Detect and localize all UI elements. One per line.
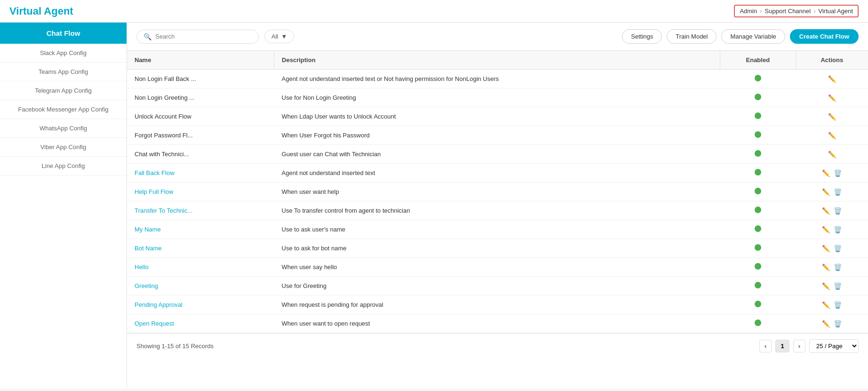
create-chat-flow-button[interactable]: Create Chat Flow	[790, 29, 859, 44]
enabled-dot-8	[755, 225, 761, 232]
sidebar-item-1[interactable]: Teams App Config	[0, 63, 127, 81]
delete-button-8[interactable]: 🗑️	[834, 226, 842, 233]
train-model-button[interactable]: Train Model	[667, 29, 717, 44]
edit-button-2[interactable]: ✏️	[828, 113, 836, 120]
action-icons-10: ✏️🗑️	[803, 263, 860, 271]
row-name-link-9[interactable]: Bot Name	[135, 245, 162, 252]
chat-flow-table: Name Description Enabled Actions Non Log…	[127, 51, 868, 333]
edit-button-0[interactable]: ✏️	[828, 75, 836, 83]
row-name-link-8[interactable]: My Name	[135, 226, 161, 233]
col-actions: Actions	[796, 51, 868, 70]
row-desc-9: Use to ask for bot name	[274, 239, 720, 258]
row-name-link-6[interactable]: Help Full Flow	[135, 188, 173, 195]
row-actions-7: ✏️🗑️	[796, 201, 868, 220]
breadcrumb-support-channel[interactable]: Support Channel	[765, 8, 811, 15]
row-name-link-10[interactable]: Hello	[135, 263, 149, 271]
action-icons-2: ✏️	[803, 113, 860, 120]
edit-button-1[interactable]: ✏️	[828, 94, 836, 102]
row-enabled-2	[720, 107, 796, 126]
row-enabled-7	[720, 201, 796, 220]
edit-button-6[interactable]: ✏️	[822, 188, 830, 196]
row-desc-0: Agent not understand inserted text or No…	[274, 70, 720, 88]
delete-button-11[interactable]: 🗑️	[834, 282, 842, 290]
row-name-link-7[interactable]: Transfer To Technic...	[135, 207, 192, 214]
breadcrumb-sep-1: ›	[760, 8, 762, 15]
edit-button-11[interactable]: ✏️	[822, 282, 830, 290]
breadcrumb-admin[interactable]: Admin	[740, 8, 757, 15]
edit-button-3[interactable]: ✏️	[828, 132, 836, 139]
edit-button-10[interactable]: ✏️	[822, 263, 830, 271]
edit-button-5[interactable]: ✏️	[822, 169, 830, 177]
sidebar-item-6[interactable]: Line App Config	[0, 157, 127, 176]
delete-button-6[interactable]: 🗑️	[834, 188, 842, 196]
action-icons-13: ✏️🗑️	[803, 320, 860, 327]
sidebar-item-0[interactable]: Slack App Config	[0, 44, 127, 63]
sidebar-item-2[interactable]: Telegram App Config	[0, 81, 127, 100]
enabled-dot-6	[755, 188, 761, 194]
row-name-11[interactable]: Greeting	[127, 277, 274, 295]
per-page-select[interactable]: 25 / Page 50 / Page 100 / Page	[809, 339, 859, 353]
row-name-5[interactable]: Fall Back Flow	[127, 164, 274, 183]
delete-button-7[interactable]: 🗑️	[834, 207, 842, 215]
settings-button[interactable]: Settings	[622, 29, 662, 44]
next-page-button[interactable]: ›	[793, 340, 805, 352]
row-name-link-11[interactable]: Greeting	[135, 282, 158, 289]
main-layout: Chat Flow Slack App ConfigTeams App Conf…	[0, 23, 868, 389]
edit-button-8[interactable]: ✏️	[822, 226, 830, 233]
row-desc-12: When request is pending for approval	[274, 295, 720, 314]
edit-button-9[interactable]: ✏️	[822, 245, 830, 252]
row-enabled-13	[720, 314, 796, 333]
filter-button[interactable]: All ▼	[264, 30, 294, 43]
row-enabled-9	[720, 239, 796, 258]
edit-button-13[interactable]: ✏️	[822, 320, 830, 327]
row-name-link-12[interactable]: Pending Approval	[135, 301, 183, 308]
prev-page-button[interactable]: ‹	[759, 340, 772, 352]
enabled-dot-9	[755, 244, 761, 251]
breadcrumb-virtual-agent: Virtual Agent	[819, 8, 853, 15]
delete-button-12[interactable]: 🗑️	[834, 301, 842, 309]
row-name-4: Chat with Technici...	[127, 145, 274, 164]
row-desc-6: When user want help	[274, 183, 720, 201]
row-actions-2: ✏️	[796, 107, 868, 126]
edit-button-7[interactable]: ✏️	[822, 207, 830, 215]
delete-button-9[interactable]: 🗑️	[834, 245, 842, 252]
search-input[interactable]	[155, 33, 252, 40]
sidebar-item-4[interactable]: WhatsApp Config	[0, 119, 127, 138]
row-desc-1: Use for Non Login Greeting	[274, 88, 720, 107]
row-enabled-5	[720, 164, 796, 183]
row-desc-8: Use to ask user's name	[274, 220, 720, 239]
row-enabled-12	[720, 295, 796, 314]
row-actions-1: ✏️	[796, 88, 868, 107]
current-page-button[interactable]: 1	[775, 340, 789, 352]
delete-button-5[interactable]: 🗑️	[834, 169, 842, 177]
row-desc-7: Use To transfer control from agent to te…	[274, 201, 720, 220]
action-icons-6: ✏️🗑️	[803, 188, 860, 196]
row-name-6[interactable]: Help Full Flow	[127, 183, 274, 201]
row-desc-4: Guest user can Chat with Technician	[274, 145, 720, 164]
sidebar-item-3[interactable]: Facebook Messenger App Config	[0, 100, 127, 119]
row-name-7[interactable]: Transfer To Technic...	[127, 201, 274, 220]
row-name-10[interactable]: Hello	[127, 258, 274, 277]
row-actions-0: ✏️	[796, 70, 868, 88]
row-name-8[interactable]: My Name	[127, 220, 274, 239]
row-name-9[interactable]: Bot Name	[127, 239, 274, 258]
breadcrumb: Admin › Support Channel › Virtual Agent	[734, 5, 859, 17]
row-enabled-1	[720, 88, 796, 107]
manage-variable-button[interactable]: Manage Variable	[721, 29, 785, 44]
row-actions-4: ✏️	[796, 145, 868, 164]
row-name-link-13[interactable]: Open Request	[135, 320, 174, 327]
edit-button-4[interactable]: ✏️	[828, 151, 836, 158]
row-name-link-5[interactable]: Fall Back Flow	[135, 169, 175, 176]
row-name-12[interactable]: Pending Approval	[127, 295, 274, 314]
row-name-3: Forgot Password Fl...	[127, 126, 274, 145]
pagination: ‹ 1 › 25 / Page 50 / Page 100 / Page	[759, 339, 859, 353]
edit-button-12[interactable]: ✏️	[822, 301, 830, 309]
delete-button-10[interactable]: 🗑️	[834, 263, 842, 271]
delete-button-13[interactable]: 🗑️	[834, 320, 842, 327]
row-desc-2: When Ldap User wants to Unlock Account	[274, 107, 720, 126]
enabled-dot-13	[755, 319, 761, 326]
sidebar-item-5[interactable]: Viber App Config	[0, 138, 127, 157]
row-name-13[interactable]: Open Request	[127, 314, 274, 333]
chat-flow-button[interactable]: Chat Flow	[0, 23, 127, 44]
row-enabled-10	[720, 258, 796, 277]
